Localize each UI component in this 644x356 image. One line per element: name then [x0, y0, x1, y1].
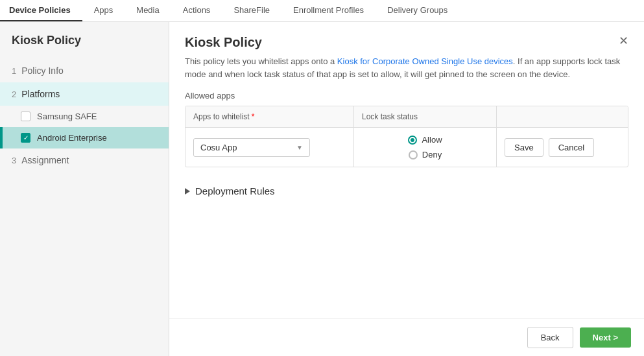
content-header: Kiosk Policy ✕	[185, 35, 628, 50]
content-area: Kiosk Policy ✕ This policy lets you whit…	[169, 22, 644, 356]
app-dropdown-cell: Cosu App ▼	[185, 128, 354, 167]
radio-circle-allow	[408, 136, 417, 145]
header-apps-to-whitelist: Apps to whitelist*	[185, 106, 354, 127]
sidebar: Kiosk Policy 1 Policy Info 2 Platforms S…	[0, 22, 169, 356]
step-num-3: 3	[12, 156, 16, 165]
step-num-2: 2	[12, 89, 16, 99]
lock-task-cell: Allow Deny	[354, 128, 497, 167]
sidebar-subitem-android-enterprise[interactable]: Android Enterprise	[0, 127, 169, 148]
bottom-bar: Back Next >	[169, 318, 644, 356]
nav-sharefile[interactable]: ShareFile	[222, 0, 281, 21]
header-actions	[497, 106, 628, 127]
step-label-platforms: Platforms	[21, 89, 60, 99]
sidebar-step-policy-info[interactable]: 1 Policy Info	[0, 59, 169, 82]
cancel-row-button[interactable]: Cancel	[549, 138, 594, 157]
radio-deny-label: Deny	[422, 150, 442, 160]
main-layout: Kiosk Policy 1 Policy Info 2 Platforms S…	[0, 22, 644, 356]
checkbox-android-enterprise[interactable]	[21, 133, 30, 143]
deployment-rules-label: Deployment Rules	[195, 185, 275, 196]
radio-allow-label: Allow	[422, 135, 442, 145]
next-button[interactable]: Next >	[580, 327, 631, 348]
close-button[interactable]: ✕	[619, 35, 628, 47]
save-row-button[interactable]: Save	[505, 138, 543, 157]
sidebar-subitem-samsung-safe[interactable]: Samsung SAFE	[0, 106, 169, 127]
sidebar-step-platforms[interactable]: 2 Platforms	[0, 82, 169, 106]
actions-cell: Save Cancel	[497, 128, 628, 167]
step-num-1: 1	[12, 66, 16, 76]
dropdown-arrow-icon: ▼	[296, 144, 303, 151]
step-label-policy-info: Policy Info	[21, 65, 64, 76]
app-dropdown[interactable]: Cosu App ▼	[193, 138, 310, 157]
sidebar-step-assignment[interactable]: 3 Assignment	[0, 148, 169, 172]
required-star: *	[252, 112, 255, 121]
content-description: This policy lets you whitelist apps onto…	[185, 55, 628, 80]
apps-table-row: Cosu App ▼ Allow Deny Save	[185, 128, 628, 167]
samsung-safe-label: Samsung SAFE	[37, 112, 97, 121]
apps-table-header: Apps to whitelist* Lock task status	[185, 106, 628, 128]
radio-circle-deny	[409, 150, 418, 160]
nav-apps[interactable]: Apps	[82, 0, 125, 21]
nav-delivery-groups[interactable]: Delivery Groups	[376, 0, 459, 21]
checkbox-samsung-safe[interactable]	[21, 112, 30, 121]
top-nav: Device Policies Apps Media Actions Share…	[0, 0, 644, 22]
nav-enrollment-profiles[interactable]: Enrollment Profiles	[281, 0, 376, 21]
content-title: Kiosk Policy	[185, 35, 262, 50]
header-lock-task-status: Lock task status	[354, 106, 497, 127]
deployment-rules-toggle[interactable]: Deployment Rules	[185, 180, 628, 202]
step-label-assignment: Assignment	[21, 155, 69, 165]
nav-actions[interactable]: Actions	[171, 0, 222, 21]
triangle-right-icon	[185, 188, 190, 195]
allowed-apps-label: Allowed apps	[185, 91, 628, 101]
back-button[interactable]: Back	[527, 327, 573, 348]
app-selected-value: Cosu App	[200, 143, 237, 152]
android-enterprise-label: Android Enterprise	[37, 133, 107, 143]
sidebar-title: Kiosk Policy	[0, 34, 169, 59]
radio-allow[interactable]: Allow	[408, 135, 442, 145]
apps-table: Apps to whitelist* Lock task status Cosu…	[185, 106, 628, 167]
radio-deny[interactable]: Deny	[409, 150, 442, 160]
nav-media[interactable]: Media	[125, 0, 171, 21]
nav-device-policies[interactable]: Device Policies	[0, 0, 82, 21]
kiosk-link[interactable]: Kiosk for Corporate Owned Single Use dev…	[337, 56, 513, 66]
